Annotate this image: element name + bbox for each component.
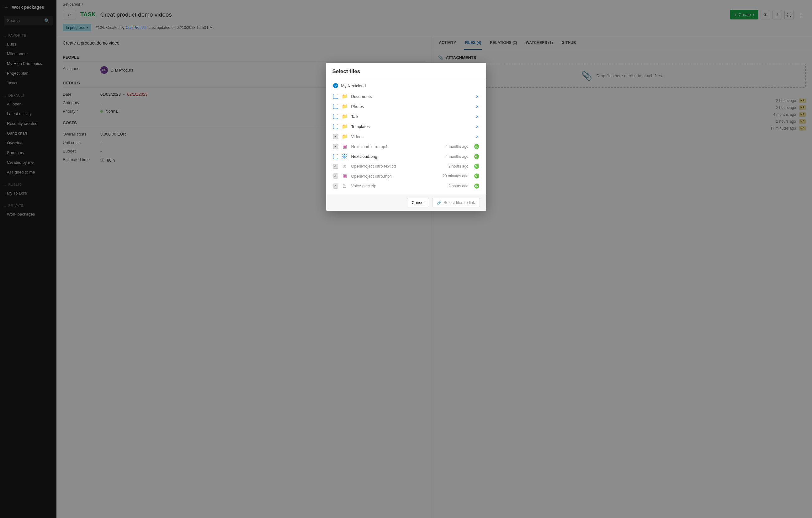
- text-icon: 🗎: [342, 183, 348, 189]
- link-icon: 🔗: [437, 200, 442, 205]
- text-icon: 🗎: [342, 164, 348, 169]
- chevron-right-icon[interactable]: ›: [476, 93, 479, 99]
- folder-icon: 📁: [342, 93, 348, 99]
- image-icon: 🖼: [342, 154, 348, 159]
- file-time: 4 months ago: [446, 154, 469, 159]
- file-time: 2 hours ago: [448, 164, 468, 169]
- file-name: Photos: [351, 104, 473, 109]
- file-row[interactable]: 🗎Voice over.zip2 hours agoBL: [332, 181, 480, 191]
- folder-row[interactable]: 📁Talk›: [332, 111, 480, 121]
- file-name: OpenProject intro.mp4: [351, 174, 439, 178]
- file-time: 4 months ago: [446, 144, 469, 149]
- modal-overlay[interactable]: Select files ⊙ My Nextcloud 📁Documents›📁…: [0, 0, 812, 518]
- folder-icon: 📁: [342, 114, 348, 119]
- file-checkbox[interactable]: [333, 94, 338, 99]
- avatar: BL: [474, 183, 479, 189]
- select-files-to-link-button[interactable]: 🔗 Select files to link: [432, 198, 480, 207]
- modal-title: Select files: [326, 63, 486, 79]
- file-name: Templates: [351, 124, 473, 129]
- file-name: Documents: [351, 94, 473, 99]
- file-time: 20 minutes ago: [442, 174, 468, 178]
- chevron-right-icon[interactable]: ›: [476, 104, 479, 109]
- folder-icon: 📁: [342, 104, 348, 109]
- chevron-right-icon[interactable]: ›: [476, 134, 479, 139]
- file-checkbox[interactable]: [333, 114, 338, 119]
- folder-row[interactable]: 📁Photos›: [332, 102, 480, 111]
- storage-breadcrumb[interactable]: ⊙ My Nextcloud: [332, 83, 480, 88]
- file-checkbox[interactable]: [333, 134, 338, 139]
- folder-icon: 📁: [342, 134, 348, 139]
- select-files-modal: Select files ⊙ My Nextcloud 📁Documents›📁…: [326, 63, 486, 211]
- file-row[interactable]: 🗎OpenProject intro text.txt2 hours agoBL: [332, 161, 480, 171]
- file-checkbox[interactable]: [333, 154, 338, 159]
- chevron-right-icon[interactable]: ›: [476, 124, 479, 129]
- chevron-right-icon[interactable]: ›: [476, 114, 479, 119]
- file-checkbox[interactable]: [333, 164, 338, 169]
- file-row[interactable]: 🖼Nextcloud.png4 months agoBL: [332, 151, 480, 161]
- video-icon: ▣: [342, 144, 348, 149]
- file-row[interactable]: ▣OpenProject intro.mp420 minutes agoBL: [332, 171, 480, 181]
- file-name: Nextcloud intro.mp4: [351, 144, 442, 149]
- file-name: Voice over.zip: [351, 183, 445, 188]
- file-name: Videos: [351, 134, 473, 139]
- file-checkbox[interactable]: [333, 104, 338, 109]
- cancel-button[interactable]: Cancel: [407, 198, 429, 207]
- file-checkbox[interactable]: [333, 173, 338, 178]
- video-icon: ▣: [342, 173, 348, 179]
- folder-icon: 📁: [342, 124, 348, 129]
- file-checkbox[interactable]: [333, 144, 338, 149]
- avatar: BL: [474, 164, 479, 169]
- file-checkbox[interactable]: [333, 124, 338, 129]
- folder-row[interactable]: 📁Documents›: [332, 91, 480, 102]
- folder-row[interactable]: 📁Videos›: [332, 132, 480, 142]
- file-time: 2 hours ago: [448, 184, 468, 188]
- folder-row[interactable]: 📁Templates›: [332, 121, 480, 132]
- file-row[interactable]: ▣Nextcloud intro.mp44 months agoBL: [332, 142, 480, 151]
- nextcloud-icon: ⊙: [333, 83, 338, 88]
- file-name: Nextcloud.png: [351, 154, 442, 159]
- avatar: BL: [474, 173, 479, 178]
- file-name: Talk: [351, 114, 473, 119]
- file-name: OpenProject intro text.txt: [351, 164, 445, 169]
- avatar: BL: [474, 154, 479, 159]
- file-checkbox[interactable]: [333, 183, 338, 189]
- avatar: BL: [474, 144, 479, 149]
